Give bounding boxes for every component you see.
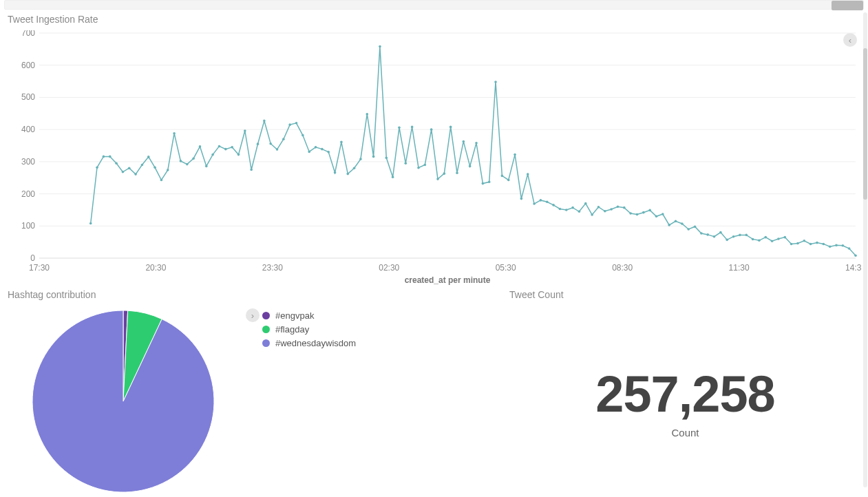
svg-point-101 xyxy=(571,207,574,209)
svg-point-59 xyxy=(301,134,304,137)
svg-point-94 xyxy=(527,173,529,176)
svg-point-57 xyxy=(288,123,291,126)
svg-text:02:30: 02:30 xyxy=(379,263,399,273)
svg-text:20:30: 20:30 xyxy=(145,263,166,273)
svg-point-127 xyxy=(739,234,741,237)
top-bar-button[interactable] xyxy=(832,1,863,10)
legend-label: #flagday xyxy=(275,324,309,335)
svg-point-45 xyxy=(211,154,214,156)
svg-point-46 xyxy=(218,145,221,148)
svg-point-80 xyxy=(436,178,439,180)
svg-point-31 xyxy=(122,171,125,173)
svg-point-48 xyxy=(231,146,233,149)
svg-text:14:30: 14:30 xyxy=(845,263,861,273)
svg-point-26 xyxy=(89,222,92,225)
svg-point-58 xyxy=(295,122,298,125)
svg-point-64 xyxy=(334,171,337,174)
panel-title-count: Tweet Count xyxy=(509,289,564,300)
svg-point-75 xyxy=(404,162,407,165)
svg-text:600: 600 xyxy=(21,61,35,70)
svg-text:500: 500 xyxy=(21,92,35,102)
svg-point-131 xyxy=(764,236,767,239)
svg-point-120 xyxy=(694,225,697,228)
scrollbar-thumb[interactable] xyxy=(863,48,867,200)
svg-point-33 xyxy=(134,173,137,176)
svg-point-130 xyxy=(758,240,761,242)
legend-label: #wednesdaywisdom xyxy=(275,338,356,348)
svg-point-62 xyxy=(321,148,324,151)
svg-point-39 xyxy=(173,132,176,135)
svg-point-44 xyxy=(205,165,208,168)
panel-title-ingestion: Tweet Ingestion Rate xyxy=(8,14,98,25)
legend-swatch xyxy=(262,339,270,347)
svg-text:300: 300 xyxy=(21,157,35,167)
svg-point-123 xyxy=(713,235,716,238)
pie-chart[interactable] xyxy=(30,308,216,494)
svg-point-137 xyxy=(803,240,805,242)
svg-point-29 xyxy=(109,156,112,158)
svg-point-116 xyxy=(668,224,670,226)
svg-point-100 xyxy=(565,209,568,211)
svg-point-133 xyxy=(777,237,780,240)
svg-point-115 xyxy=(661,213,664,215)
svg-point-55 xyxy=(276,148,279,151)
svg-point-122 xyxy=(706,233,709,236)
svg-point-50 xyxy=(244,129,246,132)
svg-point-114 xyxy=(655,215,658,218)
svg-point-111 xyxy=(636,213,639,216)
svg-point-53 xyxy=(263,120,266,123)
svg-point-51 xyxy=(250,169,253,171)
svg-point-140 xyxy=(823,243,825,246)
legend-swatch xyxy=(262,312,270,319)
svg-point-112 xyxy=(642,211,645,214)
svg-point-129 xyxy=(752,238,754,241)
svg-point-71 xyxy=(379,45,381,48)
svg-point-145 xyxy=(854,254,857,257)
svg-point-28 xyxy=(103,156,105,158)
svg-point-47 xyxy=(224,148,227,151)
legend-item[interactable]: #wednesdaywisdom xyxy=(262,336,356,350)
svg-point-124 xyxy=(719,231,722,234)
svg-point-139 xyxy=(816,242,818,244)
svg-point-43 xyxy=(199,145,202,148)
svg-point-74 xyxy=(398,127,401,129)
svg-point-97 xyxy=(546,200,549,203)
svg-point-36 xyxy=(154,166,156,169)
legend-label: #engvpak xyxy=(275,310,314,321)
svg-point-113 xyxy=(648,209,651,212)
svg-point-78 xyxy=(424,164,427,167)
top-search-bar[interactable] xyxy=(4,0,864,10)
legend-item[interactable]: #engvpak xyxy=(262,308,356,322)
svg-point-76 xyxy=(411,126,414,129)
svg-point-98 xyxy=(552,204,555,207)
svg-text:0: 0 xyxy=(30,253,35,263)
svg-point-142 xyxy=(835,244,838,247)
svg-point-117 xyxy=(675,220,677,222)
svg-point-79 xyxy=(430,128,433,131)
svg-point-144 xyxy=(848,247,851,250)
metric-value: 257,258 xyxy=(509,365,861,423)
svg-point-105 xyxy=(597,206,600,209)
panel-hashtag-contribution: Hashtag contribution › #engvpak#flagday#… xyxy=(8,289,503,492)
legend-toggle-button[interactable]: › xyxy=(246,308,260,322)
svg-point-65 xyxy=(340,141,343,144)
svg-point-86 xyxy=(475,142,478,145)
svg-point-85 xyxy=(469,165,472,168)
svg-point-61 xyxy=(315,146,317,149)
svg-point-41 xyxy=(186,163,189,166)
svg-point-52 xyxy=(257,142,260,145)
svg-text:created_at per minute: created_at per minute xyxy=(405,275,491,285)
svg-point-56 xyxy=(282,138,285,140)
line-chart[interactable]: 010020030040050060070017:3020:3023:3002:… xyxy=(20,30,861,286)
panel-tweet-ingestion-rate: Tweet Ingestion Rate ‹ 01002003004005006… xyxy=(8,14,861,286)
svg-text:08:30: 08:30 xyxy=(612,263,633,273)
legend-item[interactable]: #flagday xyxy=(262,322,356,336)
svg-point-126 xyxy=(732,235,735,238)
svg-point-91 xyxy=(507,179,510,182)
svg-point-96 xyxy=(540,199,542,202)
svg-point-70 xyxy=(372,156,375,158)
svg-point-103 xyxy=(584,202,587,205)
svg-point-73 xyxy=(392,176,394,178)
svg-point-99 xyxy=(559,208,562,211)
svg-point-132 xyxy=(771,240,774,242)
